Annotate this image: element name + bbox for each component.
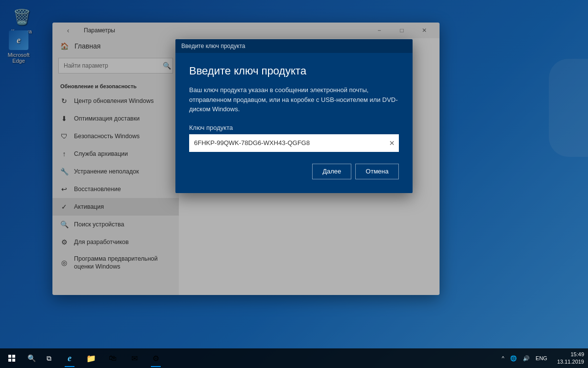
- logo-sq-3: [8, 359, 11, 362]
- tray-volume[interactable]: 🔊: [521, 355, 532, 362]
- taskbar-clock[interactable]: 15:49 13.11.2019: [553, 351, 588, 366]
- product-key-dialog: Введите ключ продукта Введите ключ проду…: [175, 39, 413, 193]
- next-button[interactable]: Далее: [312, 164, 351, 179]
- modal-title: Введите ключ продукта: [189, 65, 399, 77]
- modal-input-wrap: ✕: [189, 134, 399, 152]
- task-view-button[interactable]: ⧉: [39, 348, 59, 368]
- taskbar-edge-pin[interactable]: e: [59, 348, 80, 368]
- taskbar-tray: ^ 🌐 🔊 ENG: [496, 348, 553, 368]
- clear-input-button[interactable]: ✕: [389, 139, 395, 147]
- modal-header-bar: Введите ключ продукта: [175, 39, 413, 53]
- start-button[interactable]: [0, 348, 24, 368]
- taskbar: 🔍 ⧉ e 📁 🛍 ✉ ⚙ ^ 🌐 🔊 ENG 15:49 13.11.2019: [0, 348, 588, 368]
- taskbar-pinned-apps: e 📁 🛍 ✉ ⚙: [59, 348, 167, 368]
- modal-overlay: Введите ключ продукта Введите ключ проду…: [0, 0, 588, 348]
- tray-chevron[interactable]: ^: [500, 355, 506, 361]
- modal-buttons: Далее Отмена: [189, 164, 399, 179]
- modal-header-title: Введите ключ продукта: [181, 43, 245, 49]
- modal-description: Ваш ключ продукта указан в сообщении эле…: [189, 85, 399, 114]
- cancel-button[interactable]: Отмена: [355, 164, 399, 179]
- tray-network[interactable]: 🌐: [508, 355, 519, 362]
- taskbar-store-pin[interactable]: 🛍: [102, 348, 123, 368]
- tray-language[interactable]: ENG: [534, 355, 549, 361]
- taskbar-mail-pin[interactable]: ✉: [123, 348, 145, 368]
- clock-date: 13.11.2019: [557, 358, 584, 366]
- taskbar-settings-pin[interactable]: ⚙: [145, 348, 167, 368]
- taskbar-explorer-pin[interactable]: 📁: [80, 348, 102, 368]
- desktop: 🗑️ Корзина e Microsoft Edge ‹ Параметры …: [0, 0, 588, 348]
- product-key-input[interactable]: [189, 134, 399, 152]
- logo-sq-4: [12, 359, 15, 362]
- clock-time: 15:49: [557, 351, 584, 358]
- modal-field-label: Ключ продукта: [189, 124, 399, 131]
- logo-sq-1: [8, 355, 11, 358]
- modal-body: Введите ключ продукта Ваш ключ продукта …: [175, 53, 413, 193]
- windows-logo: [8, 355, 15, 362]
- logo-sq-2: [12, 355, 15, 358]
- taskbar-search-button[interactable]: 🔍: [24, 348, 39, 368]
